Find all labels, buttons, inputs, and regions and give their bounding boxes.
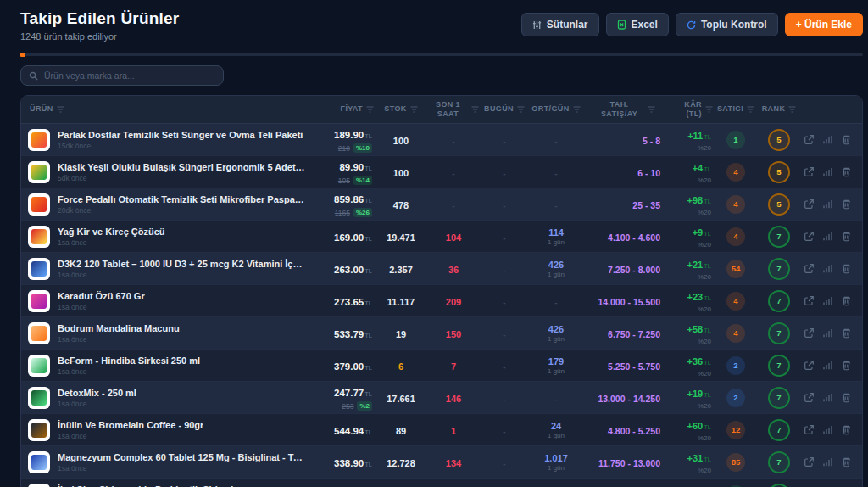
product-cell[interactable]: Force Pedallı Otomatik Temizlik Seti Mik… [21, 193, 306, 216]
stats-chart-icon[interactable] [822, 199, 833, 210]
delete-trash-icon[interactable] [841, 360, 852, 371]
table-row[interactable]: Parlak Dostlar Temizlik Seti Sünger ve O… [21, 124, 862, 156]
delete-trash-icon[interactable] [841, 231, 852, 242]
scroll-progress-track[interactable] [20, 53, 863, 56]
bulk-check-button[interactable]: Toplu Kontrol [676, 13, 778, 36]
open-external-icon[interactable] [804, 134, 815, 145]
product-cell[interactable]: Parlak Dostlar Temizlik Seti Sünger ve O… [21, 129, 306, 151]
table-row[interactable]: Bodrum Mandalina Macunu 1sa önce 533.79T… [21, 317, 862, 350]
column-header-bugun[interactable]: BUGÜN [481, 104, 528, 114]
sellers-count-badge[interactable]: 4 [726, 195, 745, 214]
sellers-count-badge[interactable]: 85 [726, 453, 745, 472]
column-header-tah-satis-ay[interactable]: TAH. SATIŞ/AY [584, 100, 665, 120]
product-name[interactable]: İnülin Ve Bromelain Coffee - 90gr [58, 420, 203, 430]
table-row[interactable]: D3K2 120 Tablet – 1000 IU D3 + 25 mcg K2… [21, 253, 862, 285]
table-row[interactable]: Magnezyum Complex 60 Tablet 125 Mg - Bis… [21, 446, 862, 479]
column-header-kar-tl[interactable]: KÂR (TL) [665, 100, 715, 120]
product-name[interactable]: Force Pedallı Otomatik Temizlik Seti Mik… [58, 194, 306, 204]
product-cell[interactable]: İnülin Ve Bromelain Coffee - 90gr 1sa ön… [21, 419, 306, 441]
rank-badge[interactable]: 7 [768, 290, 790, 312]
scroll-progress-thumb[interactable] [20, 53, 25, 57]
stats-chart-icon[interactable] [822, 134, 833, 145]
table-row[interactable]: BeForm - Hindiba Sirkesi 250 ml 1sa önce… [21, 350, 862, 382]
rank-badge[interactable]: 7 [768, 387, 790, 409]
product-name[interactable]: Yağ Kir ve Kireç Çözücü [58, 227, 165, 237]
product-cell[interactable]: İbni Sina Sirkengebin Prebiyotik Sirkesi… [21, 484, 306, 487]
stats-chart-icon[interactable] [822, 392, 833, 403]
delete-trash-icon[interactable] [841, 424, 852, 435]
open-external-icon[interactable] [804, 166, 815, 177]
rank-badge[interactable]: 5 [768, 129, 790, 151]
stats-chart-icon[interactable] [822, 231, 833, 242]
stats-chart-icon[interactable] [822, 295, 833, 306]
stats-chart-icon[interactable] [822, 166, 833, 177]
stats-chart-icon[interactable] [822, 263, 833, 274]
sellers-count-badge[interactable]: 4 [726, 163, 745, 182]
product-name[interactable]: BeForm - Hindiba Sirkesi 250 ml [58, 355, 200, 366]
delete-trash-icon[interactable] [841, 456, 852, 467]
sellers-count-badge[interactable]: 4 [726, 324, 745, 343]
product-cell[interactable]: Magnezyum Complex 60 Tablet 125 Mg - Bis… [21, 451, 306, 473]
rank-badge[interactable]: 7 [768, 451, 790, 473]
stats-chart-icon[interactable] [822, 424, 833, 435]
delete-trash-icon[interactable] [841, 263, 852, 274]
rank-badge[interactable]: 7 [768, 258, 790, 280]
sellers-count-badge[interactable]: 4 [726, 227, 745, 246]
product-name[interactable]: Bodrum Mandalina Macunu [58, 323, 180, 333]
column-header-satici[interactable]: SATICI [715, 104, 757, 114]
sellers-count-badge[interactable]: 54 [726, 260, 745, 278]
add-product-button[interactable]: + Ürün Ekle [785, 13, 863, 36]
rank-badge[interactable]: 5 [768, 193, 790, 216]
column-header-son-1-saat[interactable]: SON 1 SAAT [426, 100, 481, 120]
product-name[interactable]: Karadut Özü 670 Gr [58, 291, 145, 301]
sellers-count-badge[interactable]: 12 [726, 421, 745, 439]
rank-badge[interactable]: 7 [768, 355, 790, 377]
search-input[interactable] [44, 70, 215, 81]
table-row[interactable]: İbni Sina Sirkengebin Prebiyotik Sirkesi… [21, 479, 862, 487]
product-name[interactable]: Parlak Dostlar Temizlik Seti Sünger ve O… [58, 130, 303, 140]
sellers-count-badge[interactable]: 1 [726, 131, 745, 149]
stats-chart-icon[interactable] [822, 456, 833, 467]
column-header-fiyat[interactable]: FİYAT [306, 104, 376, 114]
delete-trash-icon[interactable] [841, 166, 852, 177]
open-external-icon[interactable] [804, 360, 815, 371]
product-name[interactable]: DetoxMix - 250 ml [58, 388, 136, 398]
table-row[interactable]: Karadut Özü 670 Gr 1sa önce 273.65TL 11.… [21, 285, 862, 317]
table-row[interactable]: İnülin Ve Bromelain Coffee - 90gr 1sa ön… [21, 414, 862, 446]
open-external-icon[interactable] [804, 263, 815, 274]
open-external-icon[interactable] [804, 392, 815, 403]
sellers-count-badge[interactable]: 2 [726, 356, 745, 375]
sellers-count-badge[interactable]: 4 [726, 292, 745, 311]
column-header-urun[interactable]: ÜRÜN [21, 104, 306, 114]
columns-button[interactable]: Sütunlar [521, 13, 599, 36]
rank-badge[interactable]: 7 [768, 484, 790, 487]
product-cell[interactable]: D3K2 120 Tablet – 1000 IU D3 + 25 mcg K2… [21, 258, 306, 280]
rank-badge[interactable]: 7 [768, 419, 790, 441]
rank-badge[interactable]: 7 [768, 322, 790, 344]
product-cell[interactable]: Karadut Özü 670 Gr 1sa önce [21, 290, 306, 312]
open-external-icon[interactable] [804, 295, 815, 306]
product-cell[interactable]: DetoxMix - 250 ml 1sa önce [21, 387, 306, 409]
column-header-rank[interactable]: RANK [757, 104, 801, 114]
stats-chart-icon[interactable] [822, 360, 833, 371]
stats-chart-icon[interactable] [822, 327, 833, 339]
delete-trash-icon[interactable] [841, 295, 852, 306]
column-header-ort-gun[interactable]: ORT/GÜN [528, 104, 584, 114]
table-row[interactable]: Force Pedallı Otomatik Temizlik Seti Mik… [21, 188, 862, 221]
product-name[interactable]: D3K2 120 Tablet – 1000 IU D3 + 25 mcg K2… [58, 259, 306, 269]
column-header-stok[interactable]: STOK [376, 104, 426, 114]
open-external-icon[interactable] [804, 231, 815, 242]
product-cell[interactable]: Bodrum Mandalina Macunu 1sa önce [21, 322, 306, 344]
table-row[interactable]: DetoxMix - 250 ml 1sa önce 247.77TL 253 … [21, 382, 862, 414]
search-box[interactable] [20, 65, 224, 86]
table-row[interactable]: Klasik Yeşil Oluklu Bulaşık Süngeri Ergo… [21, 156, 862, 188]
product-name[interactable]: Magnezyum Complex 60 Tablet 125 Mg - Bis… [58, 452, 306, 462]
delete-trash-icon[interactable] [841, 392, 852, 403]
delete-trash-icon[interactable] [841, 327, 852, 339]
excel-button[interactable]: Excel [606, 13, 669, 36]
product-cell[interactable]: Yağ Kir ve Kireç Çözücü 1sa önce [21, 226, 306, 248]
table-row[interactable]: Yağ Kir ve Kireç Çözücü 1sa önce 169.00T… [21, 221, 862, 253]
open-external-icon[interactable] [804, 456, 815, 467]
open-external-icon[interactable] [804, 199, 815, 210]
product-cell[interactable]: Klasik Yeşil Oluklu Bulaşık Süngeri Ergo… [21, 161, 306, 183]
